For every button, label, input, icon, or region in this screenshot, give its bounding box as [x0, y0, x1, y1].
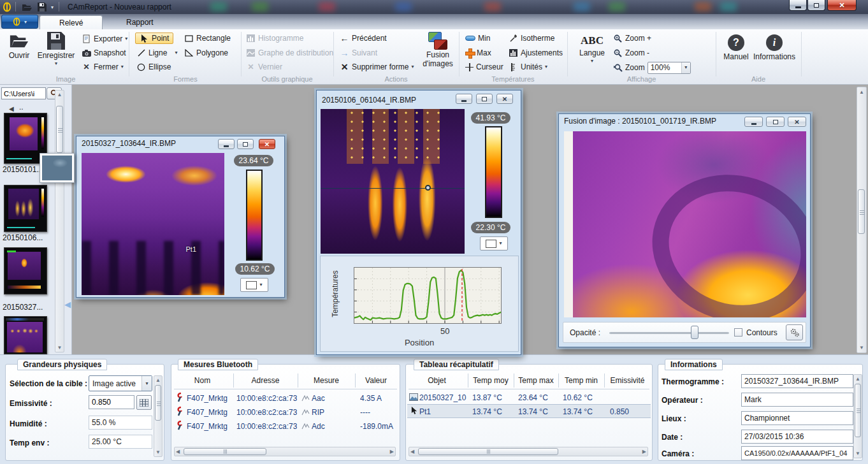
- scroll-down-icon[interactable]: ▼: [857, 344, 866, 352]
- sidebar-scroll-thumb[interactable]: [56, 106, 63, 153]
- canvas-vertical-scrollbar[interactable]: ▲ ▼: [857, 87, 867, 353]
- recap-hscrollbar[interactable]: ◀ ▶: [409, 447, 648, 456]
- scroll-thumb[interactable]: [418, 448, 558, 455]
- close-button[interactable]: ✕: [827, 0, 857, 11]
- vernier-button[interactable]: ✕ Vernier: [246, 61, 282, 73]
- ellipse-tool-button[interactable]: Ellipse: [136, 61, 171, 73]
- visible-photo-popup[interactable]: [40, 153, 75, 183]
- humidity-field[interactable]: 55.0 %: [89, 416, 152, 430]
- thumbnail-20150106[interactable]: [4, 185, 47, 232]
- line-measure-tool[interactable]: [321, 188, 465, 189]
- close-image-button[interactable]: ✕ Fermer ▾: [82, 61, 124, 73]
- child-close-button[interactable]: ✕: [788, 117, 806, 127]
- cursor-temp-button[interactable]: Curseur: [465, 61, 503, 73]
- quickbar-dropdown-icon[interactable]: ▾: [48, 1, 56, 13]
- line-handle[interactable]: [425, 185, 431, 191]
- histogram-button[interactable]: Histogramme: [246, 33, 303, 44]
- bluetooth-hscrollbar[interactable]: ◀ ▶: [174, 447, 396, 456]
- opacity-slider-thumb[interactable]: [691, 326, 698, 339]
- sidebar-collapse-icon[interactable]: ◀: [64, 295, 72, 314]
- save-button[interactable]: Enregistrer ▾: [34, 32, 78, 66]
- column-header-valeur[interactable]: Valeur: [355, 376, 397, 385]
- delete-shape-button[interactable]: ✕ Supprimer forme ▾: [340, 61, 414, 73]
- scroll-thumb[interactable]: [155, 385, 161, 421]
- scroll-down-icon[interactable]: ▼: [854, 449, 862, 458]
- scroll-up-icon[interactable]: ▲: [857, 88, 866, 96]
- app-menu-button[interactable]: ▾: [1, 15, 38, 29]
- titlebar[interactable]: ▾ CAmReport - Nouveau rapport ✕: [0, 0, 868, 14]
- restore-button[interactable]: [807, 0, 825, 11]
- image-window-20150327[interactable]: 20150327_103644_IR.BMP ✕ Pt1 23.64 °C 10…: [76, 136, 285, 298]
- max-button[interactable]: Max: [465, 47, 491, 59]
- zoom-in-button[interactable]: Zoom +: [613, 33, 651, 44]
- column-header-temp-min[interactable]: Temp min: [558, 376, 604, 385]
- emissivity-table-button[interactable]: [136, 395, 152, 410]
- path-input[interactable]: [1, 87, 46, 99]
- quick-open-icon[interactable]: [20, 1, 33, 13]
- nav-back-icon[interactable]: ◀: [9, 105, 14, 112]
- snapshot-button[interactable]: Snapshot: [82, 47, 126, 59]
- child-restore-button[interactable]: [766, 117, 785, 127]
- sidebar-scroll-down-icon[interactable]: ▼: [55, 344, 64, 352]
- child-restore-button[interactable]: [237, 139, 254, 149]
- emissivity-input[interactable]: [89, 395, 134, 409]
- column-header-mesure[interactable]: Mesure: [298, 376, 355, 385]
- rectangle-tool-button[interactable]: Rectangle: [184, 33, 231, 44]
- operator-field[interactable]: Mark: [741, 393, 853, 407]
- isotherm-button[interactable]: Isotherme: [509, 33, 554, 44]
- point-tool-button[interactable]: Point: [135, 33, 173, 44]
- fusion-window[interactable]: Fusion d'image : 20150101_001719_IR.BMP …: [558, 113, 811, 347]
- thermal-image[interactable]: [321, 109, 465, 254]
- thumbnail-20150327[interactable]: [4, 247, 47, 294]
- canvas-scroll-thumb[interactable]: [858, 189, 865, 234]
- scroll-left-icon[interactable]: ◀: [410, 447, 414, 456]
- palette-dropdown[interactable]: ▾: [480, 236, 508, 250]
- scroll-thumb[interactable]: [855, 384, 861, 437]
- next-button[interactable]: → Suivant: [340, 47, 377, 59]
- distribution-graph-button[interactable]: Graphe de distribution: [246, 47, 333, 59]
- scroll-right-icon[interactable]: ▶: [390, 447, 394, 456]
- column-header-objet[interactable]: Objet: [406, 376, 468, 385]
- grandeurs-scrollbar[interactable]: ▲ ▼: [154, 375, 163, 457]
- child-restore-button[interactable]: [476, 94, 493, 104]
- polygon-tool-button[interactable]: Polygone: [184, 47, 228, 59]
- child-minimize-button[interactable]: [456, 94, 472, 104]
- open-button[interactable]: Ouvrir: [5, 32, 33, 60]
- scroll-right-icon[interactable]: ▶: [642, 447, 646, 456]
- informations-scrollbar[interactable]: ▲ ▼: [853, 374, 862, 458]
- fusion-thermal-image[interactable]: [564, 131, 806, 317]
- scroll-down-icon[interactable]: ▼: [154, 448, 162, 456]
- column-header-adresse[interactable]: Adresse: [233, 376, 298, 385]
- fusion-settings-button[interactable]: [786, 324, 803, 340]
- image-window-20150106[interactable]: 20150106_061044_IR.BMP ✕ 41.93 °C 22.30 …: [316, 90, 521, 355]
- child-minimize-button[interactable]: [218, 139, 235, 149]
- informations-button[interactable]: i Informations: [751, 34, 797, 61]
- column-header-emissivite[interactable]: Emissivité: [604, 376, 651, 385]
- date-field[interactable]: 27/03/2015 10:36: [741, 430, 853, 444]
- thermogram-field[interactable]: 20150327_103644_IR.BMP: [741, 374, 853, 388]
- camera-field[interactable]: CA1950/0.02x/AAAAAA/PtF1_04: [741, 446, 853, 460]
- child-close-button[interactable]: ✕: [496, 94, 513, 104]
- sidebar-scroll-up-icon[interactable]: ▲: [55, 91, 64, 99]
- zoom-level-combobox[interactable]: 100% ▾: [647, 62, 691, 74]
- nav-up-label[interactable]: ..: [19, 103, 24, 112]
- image-fusion-button[interactable]: Fusion d'images: [421, 32, 454, 69]
- language-button[interactable]: ABC Langue ▾: [577, 34, 607, 64]
- minimize-button[interactable]: [789, 0, 807, 11]
- column-header-temp-moy[interactable]: Temp moy: [468, 376, 514, 385]
- contours-checkbox[interactable]: [734, 328, 742, 337]
- min-button[interactable]: Min: [465, 33, 490, 44]
- thumbnail-partial[interactable]: [4, 316, 47, 354]
- quick-save-icon[interactable]: [36, 1, 48, 13]
- scroll-thumb[interactable]: [184, 448, 266, 455]
- opacity-slider-track[interactable]: [609, 332, 729, 334]
- previous-button[interactable]: ← Précédent: [340, 33, 387, 44]
- zoom-out-button[interactable]: Zoom -: [613, 47, 649, 59]
- tab-releve[interactable]: Relevé: [40, 15, 103, 29]
- column-header-temp-max[interactable]: Temp max: [514, 376, 558, 385]
- temp-env-field[interactable]: 25.00 °C: [89, 435, 152, 449]
- palette-dropdown[interactable]: ▾: [240, 278, 268, 292]
- save-dropdown-icon[interactable]: ▾: [55, 61, 57, 66]
- target-select[interactable]: Image active ▾: [89, 375, 152, 391]
- export-button[interactable]: Exporter ▾: [82, 33, 127, 45]
